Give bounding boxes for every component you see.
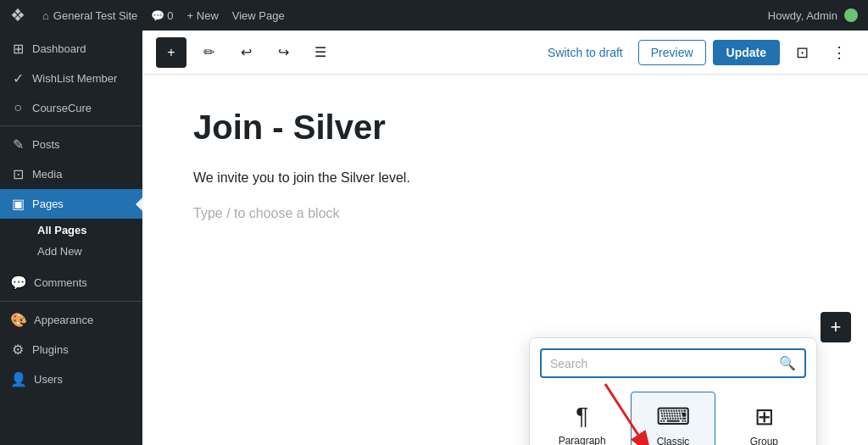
add-block-button[interactable]: + (156, 37, 186, 68)
tools-button[interactable]: ✏ (193, 37, 224, 68)
redo-button[interactable]: ↪ (268, 37, 298, 68)
sidebar-item-appearance[interactable]: 🎨 Appearance (0, 305, 142, 335)
add-block-corner-button[interactable]: + (821, 312, 851, 342)
block-grid: ¶ Paragraph ⌨ Classic ⊞ Group (540, 392, 806, 445)
view-page-link[interactable]: View Page (232, 9, 285, 22)
editor-area: + ✏ ↩ ↪ ☰ Switch to draft Preview Update… (142, 31, 868, 445)
sidebar-sub-item-all-pages[interactable]: All Pages (31, 220, 142, 240)
wishlist-icon: ✓ (10, 70, 25, 86)
block-classic-label: Classic (657, 436, 690, 445)
howdy-label: Howdy, Admin (768, 9, 837, 22)
settings-sidebar-button[interactable]: ⊡ (787, 37, 817, 68)
posts-icon: ✎ (10, 136, 25, 153)
sidebar-section-main: ⊞ Dashboard ✓ WishList Member ○ CourseCu… (0, 31, 142, 398)
sidebar-divider-1 (0, 125, 142, 126)
group-icon: ⊞ (754, 403, 774, 431)
users-icon: 👤 (10, 371, 27, 387)
editor-toolbar: + ✏ ↩ ↪ ☰ Switch to draft Preview Update… (142, 31, 868, 75)
new-content-link[interactable]: + New (187, 9, 219, 22)
block-placeholder[interactable]: Type / to choose a block (193, 206, 817, 221)
block-picker-search: 🔍 (540, 348, 806, 378)
sidebar-item-media[interactable]: ⊡ Media (0, 159, 142, 189)
switch-to-draft-button[interactable]: Switch to draft (539, 41, 632, 64)
block-item-group[interactable]: ⊞ Group (722, 392, 806, 445)
sidebar-item-posts[interactable]: ✎ Posts (0, 130, 142, 159)
site-name-link[interactable]: ⌂ General Test Site (42, 9, 137, 22)
comments-icon: 💬 (10, 275, 27, 291)
update-button[interactable]: Update (713, 40, 780, 65)
search-icon: 🔍 (779, 355, 796, 371)
toolbar-right: Switch to draft Preview Update ⊡ ⋮ (539, 37, 854, 68)
admin-bar-right: Howdy, Admin (768, 8, 858, 22)
sidebar-item-dashboard[interactable]: ⊞ Dashboard (0, 34, 142, 64)
block-search-input[interactable] (550, 357, 772, 370)
classic-icon: ⌨ (656, 403, 690, 431)
block-item-classic[interactable]: ⌨ Classic (631, 392, 715, 445)
block-picker-popup: 🔍 ¶ Paragraph ⌨ Classic ⊞ Group (529, 337, 817, 445)
main-layout: ⊞ Dashboard ✓ WishList Member ○ CourseCu… (0, 31, 868, 445)
plugins-icon: ⚙ (10, 342, 25, 358)
sidebar-item-wishlist[interactable]: ✓ WishList Member (0, 64, 142, 93)
sidebar-item-comments[interactable]: 💬 Comments (0, 268, 142, 298)
pages-icon: ▣ (10, 196, 25, 212)
sidebar-pages-submenu: All Pages Add New (0, 219, 142, 268)
more-options-button[interactable]: ⋮ (824, 37, 854, 68)
appearance-icon: 🎨 (10, 312, 27, 328)
block-group-label: Group (750, 436, 778, 445)
dashboard-icon: ⊞ (10, 41, 25, 57)
admin-bar: ❖ ⌂ General Test Site 💬 0 + New View Pag… (0, 0, 868, 31)
sidebar-sub-item-add-new[interactable]: Add New (31, 242, 142, 261)
media-icon: ⊡ (10, 166, 25, 182)
coursecure-icon: ○ (10, 100, 25, 115)
home-icon: ⌂ (42, 9, 49, 22)
editor-content[interactable]: Join - Silver We invite you to join the … (142, 75, 868, 445)
sidebar-divider-2 (0, 301, 142, 302)
page-title: Join - Silver (193, 108, 817, 147)
document-overview-button[interactable]: ☰ (305, 37, 336, 68)
sidebar-item-users[interactable]: 👤 Users (0, 364, 142, 394)
paragraph-icon: ¶ (576, 403, 588, 430)
block-paragraph-label: Paragraph (559, 435, 606, 445)
active-indicator (136, 197, 142, 211)
sidebar-item-coursecure[interactable]: ○ CourseCure (0, 93, 142, 122)
avatar (844, 8, 858, 22)
wp-logo-icon[interactable]: ❖ (10, 5, 25, 25)
sidebar-item-pages[interactable]: ▣ Pages (0, 189, 142, 219)
sidebar: ⊞ Dashboard ✓ WishList Member ○ CourseCu… (0, 31, 142, 445)
block-item-paragraph[interactable]: ¶ Paragraph (540, 392, 624, 445)
comments-link[interactable]: 💬 0 (151, 9, 173, 22)
page-body-text: We invite you to join the Silver level. (193, 167, 817, 189)
sidebar-item-plugins[interactable]: ⚙ Plugins (0, 335, 142, 364)
undo-button[interactable]: ↩ (231, 37, 261, 68)
preview-button[interactable]: Preview (638, 40, 706, 65)
comment-icon: 💬 (151, 9, 164, 22)
